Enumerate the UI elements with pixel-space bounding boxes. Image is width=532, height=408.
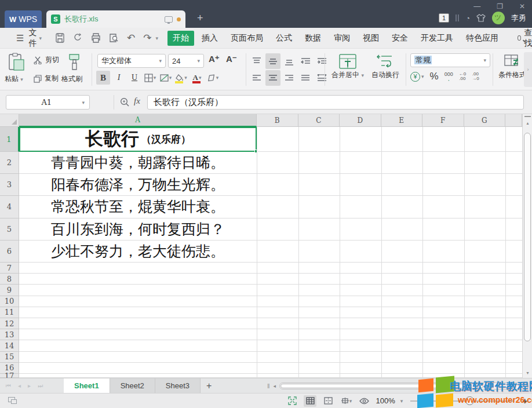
align-middle-button[interactable] (265, 53, 280, 69)
row-header-17[interactable]: 17 (0, 374, 19, 378)
minimize-button[interactable]: — (470, 1, 484, 12)
maximize-button[interactable]: ❐ (493, 1, 507, 12)
zoom-dropdown-icon[interactable]: ▾ (400, 398, 403, 404)
sheet-nav-icon[interactable]: ⏭ (38, 382, 43, 389)
ribbon-tab-特色应用[interactable]: 特色应用 (461, 31, 504, 46)
grid-row-10[interactable]: 10 (0, 296, 522, 307)
row-header-13[interactable]: 13 (0, 329, 19, 340)
decrease-font-button[interactable]: A⁻ (226, 54, 237, 64)
reading-mode-eye-icon[interactable] (358, 395, 370, 407)
distribute-button[interactable] (314, 70, 329, 86)
row-header-5[interactable]: 5 (0, 218, 19, 241)
zoom-slider-handle[interactable] (465, 396, 474, 405)
column-header-D[interactable]: D (340, 114, 381, 127)
user-avatar[interactable] (492, 12, 505, 24)
decrease-decimal-button[interactable]: ←0 .00 (459, 72, 466, 81)
add-sheet-button[interactable]: + (206, 381, 212, 391)
row-header-10[interactable]: 10 (0, 296, 19, 307)
column-header-F[interactable]: F (422, 114, 464, 127)
fx-icon[interactable]: fx (134, 96, 140, 106)
zoom-in-button[interactable]: + (522, 396, 527, 406)
sheet-tab-Sheet1[interactable]: Sheet1 (64, 378, 110, 394)
grid-row-8[interactable]: 8 (0, 274, 522, 285)
grid-rows[interactable]: 1长歌行（汉乐府）2青青园中葵，朝露待日晞。3阳春布德泽，万物生光辉。4常恐秋节… (0, 127, 522, 378)
align-bottom-button[interactable] (282, 53, 297, 69)
font-size-select[interactable]: 24▾ (168, 54, 204, 68)
align-left-button[interactable] (249, 70, 264, 86)
vertical-scroll-thumb[interactable] (524, 133, 531, 341)
cut-button[interactable]: 剪切 (34, 55, 59, 65)
column-header-C[interactable]: C (298, 114, 340, 127)
row-header-3[interactable]: 3 (0, 174, 19, 196)
grid-row-12[interactable]: 12 (0, 318, 522, 329)
document-tab[interactable]: S 长歌行.xls (46, 10, 185, 28)
row-header-12[interactable]: 12 (0, 318, 19, 329)
zoom-slider[interactable] (410, 400, 515, 402)
row-header-11[interactable]: 11 (0, 307, 19, 318)
message-count-badge[interactable]: 1 (439, 13, 449, 23)
number-format-select[interactable]: 常规 ▾ (410, 53, 490, 67)
ribbon-tab-页面布局[interactable]: 页面布局 (225, 31, 268, 46)
zoom-level-value[interactable]: 100% (376, 396, 395, 405)
find-button[interactable]: 查找 (518, 28, 532, 49)
cell-shading-button[interactable]: ▾ (159, 71, 173, 85)
tab-split-handle[interactable]: ‖ (267, 382, 270, 389)
ribbon-tab-插入[interactable]: 插入 (196, 31, 223, 46)
sheet-nav-icon[interactable]: ◂ (18, 382, 21, 389)
scroll-down-icon[interactable]: ▾ (523, 369, 532, 377)
align-top-button[interactable] (249, 53, 264, 69)
row-header-4[interactable]: 4 (0, 196, 19, 218)
row-header-15[interactable]: 15 (0, 352, 19, 363)
sheet-nav-icon[interactable]: ⏮ (6, 382, 11, 389)
horizontal-scrollbar[interactable] (279, 382, 529, 389)
sheet-tab-Sheet2[interactable]: Sheet2 (110, 378, 155, 394)
cell-A5[interactable]: 百川东到海，何时复西归？ (19, 218, 257, 240)
spreadsheet-grid[interactable]: ABCDEFG 1长歌行（汉乐府）2青青园中葵，朝露待日晞。3阳春布德泽，万物生… (0, 114, 532, 378)
fill-color-button[interactable]: ▾ (174, 71, 188, 85)
hamburger-icon[interactable]: ☰ (16, 33, 24, 43)
row-header-6[interactable]: 6 (0, 241, 19, 263)
ribbon-tab-审阅[interactable]: 审阅 (329, 31, 355, 46)
decrease-indent-button[interactable] (298, 53, 313, 69)
grid-row-4[interactable]: 4常恐秋节至，焜黄华叶衰。 (0, 196, 522, 218)
redo-button[interactable]: ↷ (143, 32, 151, 44)
page-break-view-button[interactable] (322, 395, 334, 407)
column-header-partial[interactable] (505, 114, 522, 127)
monitor-icon[interactable] (165, 16, 173, 23)
percent-button[interactable]: % (430, 71, 439, 82)
increase-font-button[interactable]: A⁺ (209, 54, 220, 64)
grid-row-2[interactable]: 2青青园中葵，朝露待日晞。 (0, 152, 522, 174)
borders-button[interactable]: ▾ (143, 71, 157, 85)
ribbon-tab-安全[interactable]: 安全 (387, 31, 413, 46)
scroll-left-icon[interactable]: ◂ (273, 383, 276, 389)
font-name-select[interactable]: 华文楷体▾ (97, 54, 166, 68)
print-button[interactable] (91, 33, 101, 43)
wrap-text-button[interactable]: 自动换行 (369, 53, 402, 80)
print-preview-button[interactable] (109, 33, 119, 43)
paste-icon[interactable] (8, 53, 25, 71)
scrollbar-split-handle[interactable] (524, 116, 531, 117)
insert-function-search-icon[interactable] (120, 97, 130, 107)
select-all-corner[interactable] (0, 114, 19, 127)
cell-A1[interactable]: 长歌行（汉乐府） (19, 127, 257, 151)
quick-access-dropdown-icon[interactable]: ▾ (155, 35, 158, 41)
grid-row-6[interactable]: 6少壮不努力，老大徒伤悲。 (0, 241, 522, 263)
font-color-button[interactable]: A ▾ (190, 71, 204, 85)
cell-A3[interactable]: 阳春布德泽，万物生光辉。 (19, 174, 257, 195)
merge-center-button[interactable]: 合并居中 ▾ (329, 53, 366, 80)
format-painter-icon[interactable] (67, 53, 82, 71)
sheet-tab-Sheet3[interactable]: Sheet3 (155, 378, 201, 394)
grid-row-17[interactable]: 17 (0, 374, 522, 378)
row-header-14[interactable]: 14 (0, 340, 19, 351)
row-header-1[interactable]: 1 (0, 127, 19, 152)
vertical-scrollbar[interactable]: ▴ ▾ (522, 114, 532, 378)
row-header-2[interactable]: 2 (0, 152, 19, 174)
undo-button[interactable]: ↶ (127, 32, 135, 44)
grid-row-5[interactable]: 5百川东到海，何时复西归？ (0, 218, 522, 241)
paste-button[interactable]: 粘贴 ▾ (5, 74, 23, 84)
italic-button[interactable]: I (112, 71, 126, 85)
currency-button[interactable]: ¥ ▾ (410, 72, 424, 82)
underline-button[interactable]: U (127, 71, 141, 85)
switch-window-icon[interactable] (8, 397, 17, 405)
new-document-tab-button[interactable]: + (197, 13, 203, 23)
